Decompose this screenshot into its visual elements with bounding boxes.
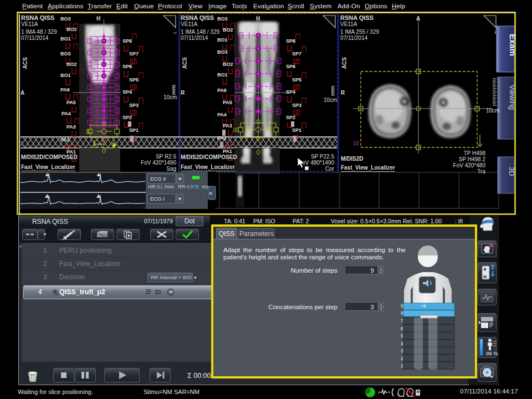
svg-text:ECG I: ECG I [150,196,165,202]
svg-text:Viewing: Viewing [508,85,516,110]
svg-text:PA3: PA3 [66,124,76,130]
svg-text:ECG II: ECG II [150,176,166,182]
svg-text:PA3: PA3 [223,123,232,129]
svg-text:9: 9 [401,303,403,309]
svg-text:SP6: SP6 [286,64,295,69]
svg-text:[1]: [1] [354,140,359,146]
svg-text:↓: ↓ [494,28,497,34]
svg-text:SP7: SP7 [292,51,301,57]
svg-text:SP5: SP5 [129,77,139,83]
svg-text:SP6: SP6 [122,64,132,69]
svg-text:BO1: BO1 [217,72,228,78]
svg-text:3D: 3D [508,167,516,176]
svg-text:SP3: SP3 [292,103,301,108]
svg-text:PA5: PA5 [66,100,76,105]
svg-text:→: → [172,28,178,35]
svg-text:PA2: PA2 [60,137,70,142]
svg-text:PA6: PA6 [60,87,70,93]
svg-text:Exam: Exam [508,34,516,56]
svg-text:6: 6 [401,326,403,331]
svg-text:3: 3 [401,348,403,354]
svg-text:BO3: BO3 [60,16,71,22]
svg-text:SP2: SP2 [122,115,132,120]
svg-text:2: 2 [401,356,403,361]
svg-text:BO3: BO3 [217,49,228,55]
svg-text:«: « [209,190,212,196]
svg-text:SP3: SP3 [129,103,139,108]
svg-text:PA4: PA4 [62,111,71,116]
svg-text:SP2: SP2 [286,115,295,120]
svg-text:SP7: SP7 [129,51,139,57]
svg-text:PA6: PA6 [217,88,227,93]
svg-text:[1]: [1] [86,129,91,134]
svg-text:BO3: BO3 [60,51,71,57]
svg-text:SP5: SP5 [292,77,301,83]
svg-text:SP1: SP1 [129,127,139,133]
svg-text:BO2: BO2 [66,27,77,32]
svg-text:BO1: BO1 [60,73,71,78]
svg-text:SP4: SP4 [122,89,132,95]
svg-text:HR:61 /min: HR:61 /min [148,183,175,190]
svg-text:SP8: SP8 [122,38,132,44]
svg-text:ms: ms [202,183,209,190]
svg-text:[1]: [1] [233,127,238,132]
svg-text:5: 5 [401,333,403,339]
svg-text:PA1: PA1 [223,149,232,154]
svg-text:SP8: SP8 [286,38,295,44]
svg-text:BO2: BO2 [66,62,77,67]
svg-text:SP1: SP1 [292,127,301,133]
svg-text:BO3: BO3 [217,16,228,22]
svg-text:PA4: PA4 [217,112,227,117]
svg-text:8: 8 [401,310,403,316]
svg-text:BO2: BO2 [223,27,233,33]
svg-text:PA5: PA5 [223,100,232,105]
svg-text:1: 1 [401,363,403,369]
svg-text:BO1: BO1 [60,36,71,42]
svg-text:4: 4 [401,341,403,346]
svg-text:RR-I:975: RR-I:975 [178,183,199,190]
svg-text:BO2: BO2 [223,62,233,67]
svg-text:7: 7 [401,318,403,324]
svg-text:PA2: PA2 [217,135,227,141]
svg-text:SP4: SP4 [286,89,295,95]
